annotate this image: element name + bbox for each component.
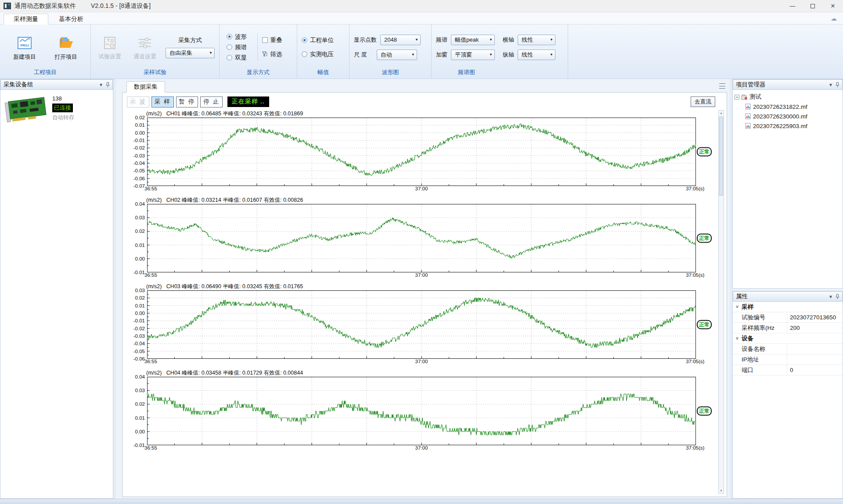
ribbon-tab-row: 采样测量 基本分析 ☁ bbox=[0, 12, 843, 25]
radio-waveform[interactable]: 波形 bbox=[227, 32, 257, 42]
yaxis-select[interactable]: 线性▼ bbox=[518, 50, 555, 60]
collapse-arrow-icon[interactable]: ▼ bbox=[829, 82, 833, 87]
chevron-down-icon: ˅ bbox=[733, 304, 742, 309]
device-panel-header: 采集设备组 ▼ bbox=[0, 79, 113, 90]
remove-dc-button[interactable]: 去直流 bbox=[691, 97, 715, 107]
y-axis-labels: 0.030.020.010.00-0.01-0.02-0.03-0.04-0.0… bbox=[127, 290, 147, 359]
checkbox-icon bbox=[262, 37, 268, 43]
tree-file-item[interactable]: 20230726230000.mf bbox=[745, 111, 841, 121]
pin-icon[interactable] bbox=[836, 82, 839, 88]
chart-ch01: (m/s2) CH01 峰峰值: 0.06485 半峰值: 0.03243 有效… bbox=[127, 110, 715, 193]
filter-icon bbox=[262, 51, 268, 57]
scale-select[interactable]: 自动▼ bbox=[377, 50, 417, 60]
close-button[interactable]: ✕ bbox=[823, 0, 843, 12]
mf-file-name: 20230726231822.mf bbox=[753, 104, 807, 110]
mf-file-icon bbox=[745, 104, 751, 110]
new-project-button[interactable]: PROJ 新建项目 bbox=[7, 34, 42, 61]
window-func-label: 加窗 bbox=[436, 51, 447, 59]
tab-basic-analysis[interactable]: 基本分析 bbox=[49, 14, 93, 25]
y-tick-label: 0.01 bbox=[135, 243, 145, 248]
property-value[interactable]: 20230727013650 bbox=[787, 314, 843, 321]
waveform-plot bbox=[147, 290, 696, 359]
pause-button[interactable]: 暂 停 bbox=[176, 97, 198, 107]
scrollbar-thumb[interactable] bbox=[719, 117, 723, 196]
test-setup-icon: T bbox=[101, 36, 118, 50]
x-axis-unit: (s) bbox=[696, 272, 715, 279]
sample-button[interactable]: 采 样 bbox=[151, 97, 174, 107]
stop-button[interactable]: 停 止 bbox=[200, 97, 223, 107]
ribbon-group-sampling: T 试验设置 bbox=[91, 25, 219, 79]
ribbon: PROJ 新建项目 打开项目 工程项目 bbox=[0, 25, 843, 79]
open-folder-icon bbox=[57, 36, 75, 50]
waveform-plot bbox=[147, 118, 696, 186]
x-tick-label: 37:00 bbox=[415, 359, 428, 364]
xaxis-select[interactable]: 线性▼ bbox=[518, 35, 555, 45]
svg-text:T: T bbox=[107, 38, 110, 43]
project-tree: 测试 20230726231822.mf20230726230000.mf202… bbox=[733, 90, 843, 133]
y-tick-label: 0.01 bbox=[135, 122, 145, 128]
open-project-button[interactable]: 打开项目 bbox=[49, 34, 83, 61]
chart-scrollbar[interactable]: ▲ ▼ bbox=[718, 110, 724, 494]
scroll-up-icon[interactable]: ▲ bbox=[719, 111, 724, 116]
x-axis-labels: 36:5537:0037:05(s) bbox=[127, 272, 715, 279]
chart-header-ch01: (m/s2) CH01 峰峰值: 0.06485 半峰值: 0.03243 有效… bbox=[146, 110, 715, 118]
x-tick-label: 37:05 bbox=[686, 445, 699, 450]
y-tick-label: 0.01 bbox=[135, 303, 145, 308]
tab-list-icon[interactable] bbox=[719, 83, 725, 89]
property-group-row[interactable]: ˅设备 bbox=[733, 333, 843, 344]
display-points-label: 显示点数 bbox=[354, 36, 377, 44]
ribbon-group-display: 波形 频谱 双显 重叠 筛选 显示方式 bbox=[220, 25, 297, 79]
y-tick-label: -0.01 bbox=[133, 270, 145, 275]
property-group-row[interactable]: ˅采样 bbox=[733, 302, 843, 312]
radio-measured-voltage[interactable]: 实测电压 bbox=[302, 49, 334, 60]
radio-engineering-unit[interactable]: 工程单位 bbox=[302, 35, 334, 46]
y-tick-label: 0.02 bbox=[135, 401, 145, 407]
y-axis-labels: 0.040.030.020.010.00-0.01 bbox=[127, 204, 147, 272]
maximize-button[interactable] bbox=[803, 0, 823, 12]
tree-children: 20230726231822.mf20230726230000.mf202307… bbox=[745, 102, 841, 131]
x-tick-label: 37:05 bbox=[686, 272, 699, 278]
property-row: 端口0 bbox=[733, 365, 843, 375]
filter-button[interactable]: 筛选 bbox=[262, 49, 293, 60]
overlap-checkbox[interactable]: 重叠 bbox=[262, 35, 293, 46]
tab-data-acquisition[interactable]: 数据采集 bbox=[126, 81, 165, 93]
yaxis-label: 纵轴 bbox=[503, 51, 514, 59]
property-row: 采样频率(Hz200 bbox=[733, 323, 843, 333]
property-value[interactable]: 0 bbox=[787, 367, 843, 373]
tree-expander-icon[interactable] bbox=[735, 95, 739, 100]
device-card[interactable]: 138 已连接 自动转存 bbox=[3, 94, 110, 122]
channel-setup-button[interactable]: 通道设置 bbox=[130, 34, 159, 61]
minimize-button[interactable]: — bbox=[782, 0, 803, 12]
radio-dual-display[interactable]: 双显 bbox=[227, 53, 257, 63]
tree-root-item[interactable]: 测试 bbox=[735, 92, 841, 102]
chevron-down-icon: ▼ bbox=[550, 38, 553, 42]
new-project-icon: PROJ bbox=[16, 36, 33, 50]
y-tick-label: -0.03 bbox=[133, 333, 145, 339]
group-label-spectrum-chart: 频谱图 bbox=[432, 68, 568, 79]
scroll-down-icon[interactable]: ▼ bbox=[719, 488, 724, 493]
pin-icon[interactable] bbox=[106, 82, 110, 88]
display-points-select[interactable]: 2048▼ bbox=[380, 35, 421, 45]
radio-spectrum-display[interactable]: 频谱 bbox=[227, 42, 257, 53]
property-value[interactable]: 200 bbox=[787, 325, 843, 331]
scope-button[interactable]: 示 波 bbox=[127, 97, 149, 107]
collapse-arrow-icon[interactable]: ▼ bbox=[829, 294, 833, 299]
ribbon-group-spectrum-chart: 频谱 幅值peak▼ 加窗 平顶窗▼ 横轴 线性▼ 纵轴 线性▼ bbox=[432, 25, 568, 79]
channel-status-badge: 正常 bbox=[697, 407, 712, 416]
tab-sampling-measure[interactable]: 采样测量 bbox=[4, 14, 48, 25]
tree-file-item[interactable]: 20230726231822.mf bbox=[745, 102, 841, 111]
spectrum-type-select[interactable]: 幅值peak▼ bbox=[451, 35, 495, 45]
y-tick-label: 0.00 bbox=[135, 256, 145, 261]
collapse-arrow-icon[interactable]: ▼ bbox=[99, 82, 103, 87]
pin-icon[interactable] bbox=[836, 294, 839, 300]
test-setup-button[interactable]: T 试验设置 bbox=[95, 34, 124, 61]
radio-icon bbox=[302, 51, 307, 57]
window-func-select[interactable]: 平顶窗▼ bbox=[451, 50, 495, 60]
acq-mode-select[interactable]: 自由采集▼ bbox=[166, 48, 215, 58]
tree-file-item[interactable]: 20230726225903.mf bbox=[745, 121, 841, 131]
chart-header-ch04: (m/s2) CH04 峰峰值: 0.03458 半峰值: 0.01729 有效… bbox=[146, 369, 715, 377]
y-tick-label: -0.06 bbox=[133, 356, 145, 361]
y-tick-label: 0.03 bbox=[135, 288, 145, 293]
cloud-icon[interactable]: ☁ bbox=[831, 15, 837, 22]
x-tick-label: 37:05 bbox=[686, 186, 699, 191]
